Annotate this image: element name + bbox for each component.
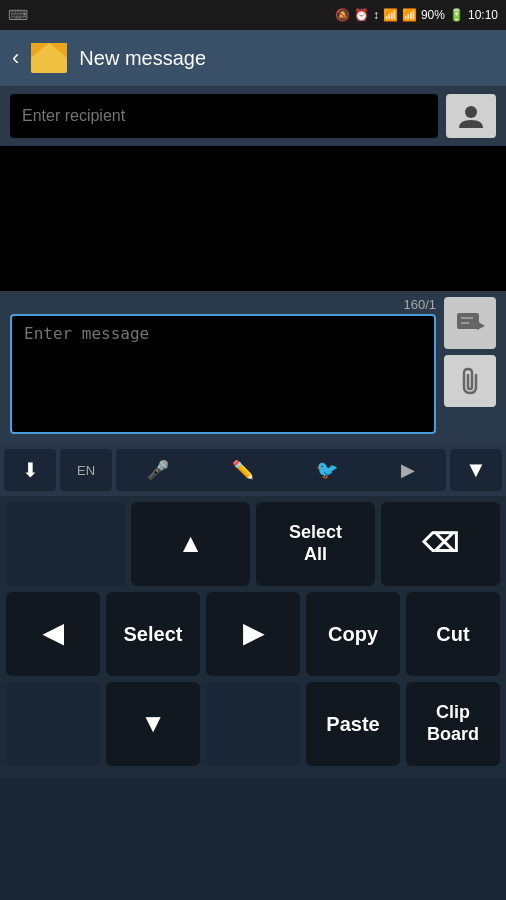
- key-select-all[interactable]: SelectAll: [256, 502, 375, 586]
- send-button[interactable]: [444, 297, 496, 349]
- black-area: [0, 146, 506, 291]
- paperclip-icon: [456, 367, 484, 395]
- key-empty-top: [6, 502, 125, 586]
- message-input-wrap: 160/1: [10, 297, 436, 438]
- svg-rect-1: [457, 313, 479, 329]
- header: ‹ New message: [0, 30, 506, 86]
- send-icon: [455, 310, 485, 336]
- status-left: ⌨: [8, 7, 28, 23]
- key-down[interactable]: ▼: [106, 682, 200, 766]
- back-button[interactable]: ‹: [12, 45, 19, 71]
- language-label: EN: [77, 463, 95, 478]
- more-icon[interactable]: ▶: [401, 459, 415, 481]
- key-delete[interactable]: ⌫: [381, 502, 500, 586]
- keyboard-grid: ▲ SelectAll ⌫ ◀ Select ▶ Copy Cut ▼ Past…: [0, 496, 506, 778]
- handwriting-icon[interactable]: ✏️: [232, 459, 254, 481]
- keyboard-icon: ⌨: [8, 7, 28, 23]
- twitter-icon[interactable]: 🐦: [316, 459, 338, 481]
- person-icon: [457, 102, 485, 130]
- page-title: New message: [79, 47, 206, 70]
- status-bar: ⌨ 🔕 ⏰ ↕ 📶 📶 90% 🔋 10:10: [0, 0, 506, 30]
- key-empty-bottom: [6, 682, 100, 766]
- sync-icon: ↕: [373, 8, 379, 22]
- kb-row-3: ▼ Paste ClipBoard: [6, 682, 500, 766]
- mute-icon: 🔕: [335, 8, 350, 22]
- keyboard-extras: 🎤 ✏️ 🐦 ▶: [116, 449, 446, 491]
- signal-icon: 📶: [402, 8, 417, 22]
- key-up[interactable]: ▲: [131, 502, 250, 586]
- key-left[interactable]: ◀: [6, 592, 100, 676]
- time: 10:10: [468, 8, 498, 22]
- keyboard-bar: ⬇ EN 🎤 ✏️ 🐦 ▶ ▼: [0, 444, 506, 496]
- key-spacer: [206, 682, 300, 766]
- message-container: 160/1: [0, 291, 506, 444]
- key-copy[interactable]: Copy: [306, 592, 400, 676]
- kb-row-2: ◀ Select ▶ Copy Cut: [6, 592, 500, 676]
- keyboard-mode-icon: ⬇: [22, 458, 39, 482]
- contact-picker-button[interactable]: [446, 94, 496, 138]
- key-right[interactable]: ▶: [206, 592, 300, 676]
- svg-marker-2: [477, 321, 485, 330]
- char-count: 160/1: [10, 297, 436, 312]
- recipient-area: [0, 86, 506, 146]
- key-paste[interactable]: Paste: [306, 682, 400, 766]
- hide-keyboard-button[interactable]: ▼: [450, 449, 502, 491]
- battery-icon: 🔋: [449, 8, 464, 22]
- attach-button[interactable]: [444, 355, 496, 407]
- battery-text: 90%: [421, 8, 445, 22]
- microphone-icon[interactable]: 🎤: [147, 459, 169, 481]
- svg-point-0: [465, 106, 477, 118]
- chevron-down-icon: ▼: [465, 457, 487, 483]
- keyboard-mode-button[interactable]: ⬇: [4, 449, 56, 491]
- alarm-icon: ⏰: [354, 8, 369, 22]
- key-clipboard[interactable]: ClipBoard: [406, 682, 500, 766]
- language-button[interactable]: EN: [60, 449, 112, 491]
- message-input[interactable]: [10, 314, 436, 434]
- recipient-input[interactable]: [10, 94, 438, 138]
- message-side-buttons: [444, 297, 496, 407]
- key-cut[interactable]: Cut: [406, 592, 500, 676]
- key-select[interactable]: Select: [106, 592, 200, 676]
- kb-row-1: ▲ SelectAll ⌫: [6, 502, 500, 586]
- mail-icon: [31, 43, 67, 73]
- wifi-icon: 📶: [383, 8, 398, 22]
- message-row: 160/1: [10, 297, 496, 438]
- status-right: 🔕 ⏰ ↕ 📶 📶 90% 🔋 10:10: [335, 8, 498, 22]
